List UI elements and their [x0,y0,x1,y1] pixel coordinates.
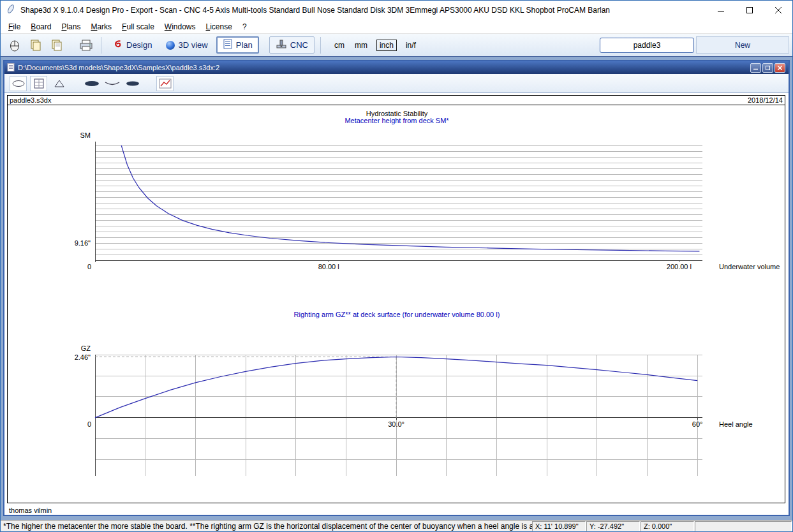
svg-text:0: 0 [87,263,91,270]
unit-cm[interactable]: cm [333,40,346,50]
main-toolbar: Design 3D view Plan CNC cm mm inch in/f [1,34,792,57]
svg-text:200.00 l: 200.00 l [667,263,692,270]
design-icon [113,39,123,51]
window-controls [706,1,792,20]
svg-text:Heel angle: Heel angle [719,420,753,428]
document-file-name: paddle3.s3dx [10,96,51,104]
statusbar-note: *The higher the metacenter the more stab… [1,522,532,531]
document-minimize-button[interactable] [750,63,761,73]
cnc-label: CNC [290,40,308,50]
bottom-view-icon[interactable] [124,76,141,91]
statusbar-spacer [695,521,792,531]
statusbar-x-coordinate: X: 11' 10.899" [532,521,586,531]
stability-charts: 080.00 l200.00 l9.16"SMUnderwater volume… [8,106,785,503]
svg-text:80.00 l: 80.00 l [318,263,339,270]
board-outline-icon[interactable] [10,76,27,91]
toolbar-separator [320,37,321,54]
menu-file[interactable]: File [3,21,26,33]
print-icon[interactable] [77,36,94,54]
model-name: paddle3 [634,41,661,50]
document-icon [7,63,15,73]
statusbar-y-coordinate: Y: -27.492" [586,521,640,531]
minimize-button[interactable] [706,1,735,20]
top-view-icon[interactable] [83,76,100,91]
chart-frame: paddle3.s3dx 2018/12/14 Hydrostatic Stab… [7,95,785,503]
menu-full-scale[interactable]: Full scale [117,21,159,33]
menubar: File Board Plans Marks Full scale Window… [1,20,792,34]
measurements-grid-icon[interactable] [30,76,47,91]
copy-icon[interactable] [27,36,44,54]
svg-text:60°: 60° [692,420,703,428]
3d-sphere-icon [166,41,175,50]
document-canvas: paddle3.s3dx 2018/12/14 Hydrostatic Stab… [4,93,789,515]
plan-icon [223,39,233,51]
plan-button[interactable]: Plan [216,36,259,54]
model-name-box[interactable]: paddle3 [600,38,694,53]
app-window: Shape3d X 9.1.0.4 Design Pro - Export - … [0,0,793,532]
menu-marks[interactable]: Marks [85,21,117,33]
menu-license[interactable]: License [201,21,237,33]
3d-view-button[interactable]: 3D view [160,38,213,52]
plan-label: Plan [236,40,253,50]
cnc-icon [276,39,287,51]
mouse-icon[interactable] [6,36,23,54]
svg-text:30.0°: 30.0° [388,420,404,428]
design-label: Design [126,40,152,50]
document-close-button[interactable] [774,63,785,73]
svg-text:Underwater volume: Underwater volume [719,263,780,270]
menu-help[interactable]: ? [237,21,252,33]
window-title: Shape3d X 9.1.0.4 Design Pro - Export - … [20,6,706,15]
menu-plans[interactable]: Plans [56,21,85,33]
paste-icon[interactable] [48,36,65,54]
chart-frame-header: paddle3.s3dx 2018/12/14 [8,96,785,105]
svg-text:GZ: GZ [81,344,91,352]
document-title: D:\Documents\S3d models\Shape3dX\Samples… [18,64,750,71]
document-controls [750,63,785,73]
svg-text:9.16": 9.16" [75,239,91,247]
chart-canvas: Hydrostatic Stability Metacenter height … [8,106,785,503]
menu-board[interactable]: Board [26,21,56,33]
stability-graph-icon[interactable] [156,76,174,91]
close-button[interactable] [764,1,792,20]
profile-triangle-icon[interactable] [50,76,68,91]
design-button[interactable]: Design [107,37,158,53]
document-date: 2018/12/14 [748,96,783,104]
document-window: D:\Documents\S3d models\Shape3dX\Samples… [3,60,790,516]
statusbar: *The higher the metacenter the more stab… [1,520,792,531]
unit-inf[interactable]: in/f [404,40,417,50]
document-titlebar: D:\Documents\S3d models\Shape3dX\Samples… [4,61,789,74]
svg-text:0: 0 [87,420,91,428]
author-label: thomas vilmin [9,506,52,514]
document-maximize-button[interactable] [762,63,773,73]
mdi-area: D:\Documents\S3d models\Shape3dX\Samples… [1,57,792,520]
svg-text:2.46": 2.46" [75,353,91,361]
menu-windows[interactable]: Windows [159,21,201,33]
maximize-button[interactable] [735,1,764,20]
titlebar: Shape3d X 9.1.0.4 Design Pro - Export - … [1,1,792,20]
new-board-button[interactable]: New [696,36,789,54]
toolbar-separator [101,37,101,54]
3d-view-label: 3D view [178,40,207,50]
statusbar-z-coordinate: Z: 0.000" [641,521,694,531]
rocker-curve-icon[interactable] [103,76,121,91]
unit-inch[interactable]: inch [376,40,397,51]
unit-selector: cm mm inch in/f [333,40,417,51]
svg-text:SM: SM [80,131,91,139]
unit-mm[interactable]: mm [353,40,369,50]
view-toolbar [4,74,789,93]
app-icon [6,4,16,17]
cnc-button[interactable]: CNC [269,36,315,54]
